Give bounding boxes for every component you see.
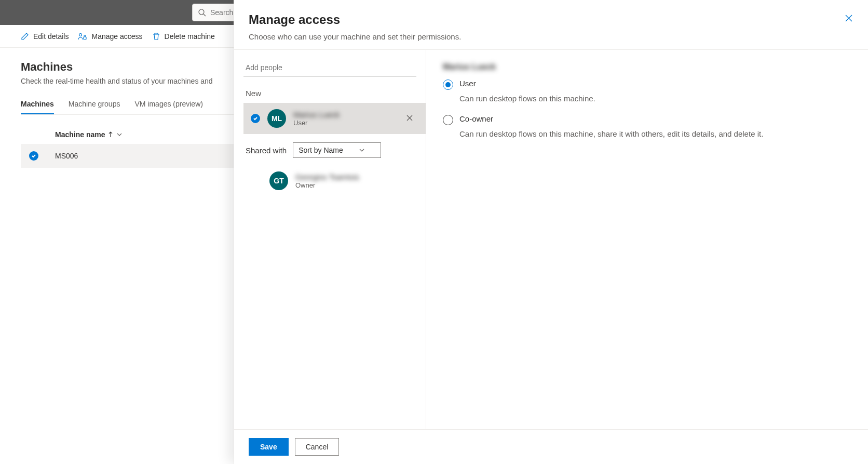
column-machine-name-label: Machine name [55, 130, 105, 139]
row-checkbox[interactable] [29, 151, 38, 161]
person-name: Marius Lueck [293, 110, 397, 119]
edit-details-button[interactable]: Edit details [21, 32, 69, 41]
panel-subtitle: Choose who can use your machine and set … [249, 32, 853, 41]
sort-select-value: Sort by Name [299, 146, 343, 154]
radio-button[interactable] [443, 79, 453, 90]
panel-title: Manage access [249, 12, 853, 27]
panel-body: New ML Marius Lueck User Shared with Sor… [234, 50, 868, 429]
pencil-icon [21, 32, 29, 41]
svg-point-2 [79, 33, 82, 36]
radio-coowner-desc: Can run desktop flows on this machine, s… [459, 128, 851, 140]
shared-with-label: Shared with [246, 146, 287, 155]
selected-person-name: Marius Lueck [443, 62, 496, 72]
search-icon [198, 8, 206, 17]
permissions-radio-group: User Can run desktop flows on this machi… [443, 79, 851, 140]
person-row-owner[interactable]: GT Georgios Tsamtsis Owner [243, 165, 426, 196]
delete-machine-label: Delete machine [165, 32, 215, 41]
manage-access-button[interactable]: Manage access [78, 32, 142, 41]
chevron-down-icon [116, 131, 123, 138]
person-role: Owner [295, 181, 418, 189]
delete-machine-button[interactable]: Delete machine [152, 32, 215, 41]
panel-left-column: New ML Marius Lueck User Shared with Sor… [234, 50, 426, 429]
sort-select[interactable]: Sort by Name [293, 142, 381, 158]
person-checkbox[interactable] [251, 114, 260, 123]
close-icon [844, 14, 853, 23]
svg-line-1 [204, 14, 206, 16]
cancel-button[interactable]: Cancel [295, 438, 340, 456]
trash-icon [152, 32, 160, 41]
radio-coowner-label: Co-owner [459, 114, 493, 123]
svg-point-0 [199, 9, 204, 15]
check-icon [253, 116, 258, 121]
person-info: Marius Lueck User [293, 110, 397, 127]
panel-footer: Save Cancel [234, 429, 868, 464]
remove-person-button[interactable] [404, 112, 415, 125]
people-lock-icon [78, 32, 87, 41]
avatar: ML [267, 109, 286, 128]
avatar: GT [269, 171, 288, 190]
person-role: User [293, 119, 397, 127]
manage-access-panel: Manage access Choose who can use your ma… [234, 0, 868, 464]
edit-details-label: Edit details [33, 32, 69, 41]
radio-coowner[interactable]: Co-owner [443, 114, 851, 125]
close-icon [406, 114, 413, 122]
person-name: Georgios Tsamtsis [295, 173, 418, 181]
manage-access-label: Manage access [91, 32, 142, 41]
person-info: Georgios Tsamtsis Owner [295, 173, 418, 189]
add-people-input[interactable] [243, 59, 416, 76]
machine-name-cell: MS006 [55, 152, 78, 160]
person-row-new[interactable]: ML Marius Lueck User [243, 103, 426, 134]
tab-vm-images[interactable]: VM images (preview) [134, 95, 202, 114]
column-machine-name[interactable]: Machine name [55, 130, 123, 139]
new-section-label: New [246, 89, 424, 98]
radio-user-label: User [459, 79, 476, 88]
radio-user-desc: Can run desktop flows on this machine. [459, 93, 851, 105]
check-icon [31, 153, 36, 158]
save-button[interactable]: Save [249, 438, 289, 456]
panel-right-column: Marius Lueck User Can run desktop flows … [426, 50, 868, 429]
tab-machines[interactable]: Machines [21, 95, 54, 114]
chevron-down-icon [359, 147, 365, 153]
radio-user[interactable]: User [443, 79, 851, 90]
panel-header: Manage access Choose who can use your ma… [234, 0, 868, 50]
close-button[interactable] [844, 14, 853, 24]
svg-rect-3 [84, 37, 86, 39]
tab-machine-groups[interactable]: Machine groups [69, 95, 120, 114]
shared-with-row: Shared with Sort by Name [246, 142, 424, 158]
radio-button[interactable] [443, 115, 453, 125]
sort-asc-icon [108, 131, 113, 138]
